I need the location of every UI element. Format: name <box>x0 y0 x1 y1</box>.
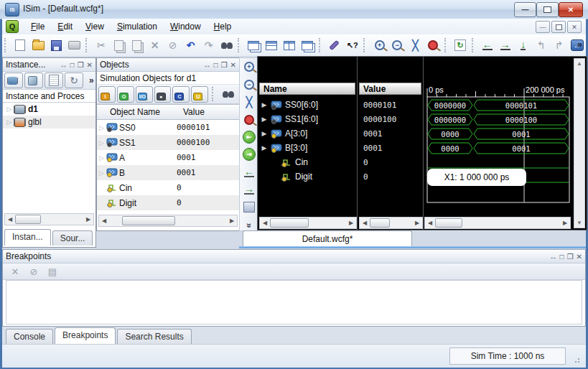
zoom-cursor-button[interactable] <box>425 37 442 54</box>
instances-toolbar-overflow-button[interactable]: » <box>89 75 94 85</box>
tab-breakpoints[interactable]: Breakpoints <box>55 327 116 344</box>
scroll-left-icon[interactable]: ◀ <box>99 218 109 224</box>
restore-icon[interactable]: ❐ <box>78 61 84 69</box>
zoom-in-button[interactable]: + <box>241 59 258 75</box>
wave-value-SS1[6:0][interactable]: 0000100 <box>359 112 421 126</box>
wave-signal-SS0[6:0][interactable]: ▶SS0[6:0] <box>259 98 355 112</box>
menu-edit[interactable]: Edit <box>51 19 79 34</box>
print-button[interactable] <box>66 37 83 54</box>
find-button[interactable] <box>218 37 235 54</box>
filter-variables-button[interactable]: U <box>191 86 208 103</box>
save-button[interactable] <box>48 37 65 54</box>
tree-item-glbl[interactable]: ▷glbl <box>3 116 95 129</box>
scroll-left-icon[interactable]: ◀ <box>5 216 15 223</box>
filter-outputs-button[interactable]: O <box>117 86 134 103</box>
run-for-time-button[interactable]: ↓ <box>515 37 531 54</box>
open-file-button[interactable] <box>30 37 47 54</box>
wave-signal-A[3:0][interactable]: ▶A[3:0] <box>259 126 355 141</box>
next-transition-button[interactable]: → <box>241 182 258 197</box>
delete-button[interactable]: ✕ <box>146 37 163 54</box>
zoom-full-view-button[interactable]: ╳ <box>241 94 258 110</box>
close-button[interactable]: ✕ <box>559 2 583 17</box>
restore-icon[interactable]: ❐ <box>567 253 574 261</box>
menu-help[interactable]: Help <box>207 19 238 34</box>
tree-item-d1[interactable]: ▷d1 <box>3 103 95 116</box>
goto-end-button[interactable]: ⇥ <box>241 146 258 162</box>
wave-value-B[3:0][interactable]: 0001 <box>359 141 421 155</box>
step-out-button[interactable]: ↱ <box>551 37 567 54</box>
close-icon[interactable]: ✕ <box>230 61 236 69</box>
expand-icon[interactable]: ▶ <box>259 101 269 108</box>
run-all-button[interactable]: → <box>497 37 513 54</box>
expand-icon[interactable]: ▶ <box>259 130 269 137</box>
delete-breakpoint-button[interactable]: ✕ <box>6 263 24 280</box>
wave-signal-Cin[interactable]: Cin <box>259 155 355 169</box>
toolbar-overflow-button[interactable]: » <box>577 39 582 50</box>
relaunch-button[interactable]: ↻ <box>452 37 469 54</box>
scroll-down-icon[interactable]: ▼ <box>577 220 582 226</box>
scroll-right-icon[interactable]: ▶ <box>83 216 93 223</box>
wave-column-name[interactable]: Name <box>259 83 355 95</box>
wave-value-hscrollbar[interactable]: ◀▶ <box>359 217 423 229</box>
wave-column-value[interactable]: Value <box>359 83 421 95</box>
context-help-button[interactable]: ↖? <box>344 37 360 54</box>
redo-button[interactable]: ↷ <box>200 37 217 54</box>
mdi-minimize-button[interactable]: — <box>536 21 550 33</box>
maximize-button[interactable] <box>536 2 559 17</box>
tab-sources[interactable]: Sour... <box>52 230 93 246</box>
zoom-in-button[interactable]: + <box>371 37 388 54</box>
instances-view-button[interactable] <box>4 73 23 88</box>
no-edit-button[interactable]: ⊘ <box>164 37 181 54</box>
zoom-out-button[interactable]: − <box>389 37 406 54</box>
wave-vscrollbar[interactable]: ▲ ▼ <box>574 58 585 228</box>
object-row-B[interactable]: ▷B0001 <box>97 165 239 180</box>
maximize-icon[interactable]: □ <box>214 61 218 69</box>
copy-button[interactable] <box>111 37 127 54</box>
zoom-full-view-button[interactable]: ╳ <box>407 37 424 54</box>
tab-search-results[interactable]: Search Results <box>117 329 191 344</box>
paste-button[interactable] <box>129 37 145 54</box>
filter-internal-button[interactable]: ● <box>154 86 172 103</box>
disable-breakpoint-button[interactable]: ⊘ <box>25 263 42 280</box>
tile-vertical-button[interactable] <box>281 37 298 54</box>
expand-icon[interactable]: ▶ <box>259 144 269 151</box>
menu-simulation[interactable]: Simulation <box>111 19 164 34</box>
prev-transition-button[interactable]: ← <box>241 164 258 180</box>
mdi-close-button[interactable]: ✕ <box>567 21 582 33</box>
restore-icon[interactable]: ❐ <box>221 61 228 69</box>
undock-icon[interactable]: ↔ <box>60 61 67 69</box>
maximize-icon[interactable]: □ <box>70 61 75 69</box>
tile-horizontal-button[interactable] <box>263 37 280 54</box>
markers-button[interactable] <box>241 200 258 215</box>
step-button[interactable]: ↰ <box>533 37 549 54</box>
filter-constants-button[interactable]: C <box>172 86 190 103</box>
wave-signal-B[3:0][interactable]: ▶B[3:0] <box>259 141 355 155</box>
wave-value-A[3:0][interactable]: 0001 <box>359 126 421 141</box>
filter-inouts-button[interactable]: I/O <box>136 86 153 103</box>
reload-button[interactable]: ↻ <box>65 73 83 88</box>
expand-icon[interactable]: ▷ <box>4 106 14 113</box>
undock-icon[interactable]: ↔ <box>550 253 557 261</box>
wave-value-SS0[6:0][interactable]: 0000101 <box>359 98 421 112</box>
restart-button[interactable]: ← <box>479 37 495 54</box>
wave-name-hscrollbar[interactable]: ◀▶ <box>259 217 357 229</box>
undock-icon[interactable]: ↔ <box>204 61 211 69</box>
tab-console[interactable]: Console <box>6 329 53 344</box>
cascade-windows-button[interactable] <box>246 37 262 54</box>
object-row-SS1[interactable]: ▷SS10000100 <box>97 135 239 150</box>
wave-value-Digit[interactable]: 0 <box>359 169 421 184</box>
expand-icon[interactable]: ▷ <box>97 169 106 177</box>
menu-view[interactable]: View <box>79 19 111 34</box>
object-row-A[interactable]: ▷A0001 <box>97 150 239 165</box>
expand-icon[interactable]: ▷ <box>97 139 106 146</box>
close-icon[interactable]: ✕ <box>577 253 582 261</box>
expand-icon[interactable]: ▷ <box>97 124 106 131</box>
object-row-Cin[interactable]: Cin0 <box>97 180 239 195</box>
close-icon[interactable]: ✕ <box>87 61 93 69</box>
minimize-button[interactable]: — <box>514 2 536 17</box>
breakpoint-properties-button[interactable]: ▤ <box>44 263 61 280</box>
maximize-icon[interactable]: □ <box>560 253 564 261</box>
objects-find-button[interactable] <box>220 85 237 103</box>
expand-icon[interactable]: ▶ <box>259 116 269 123</box>
mdi-restore-button[interactable] <box>551 21 566 33</box>
